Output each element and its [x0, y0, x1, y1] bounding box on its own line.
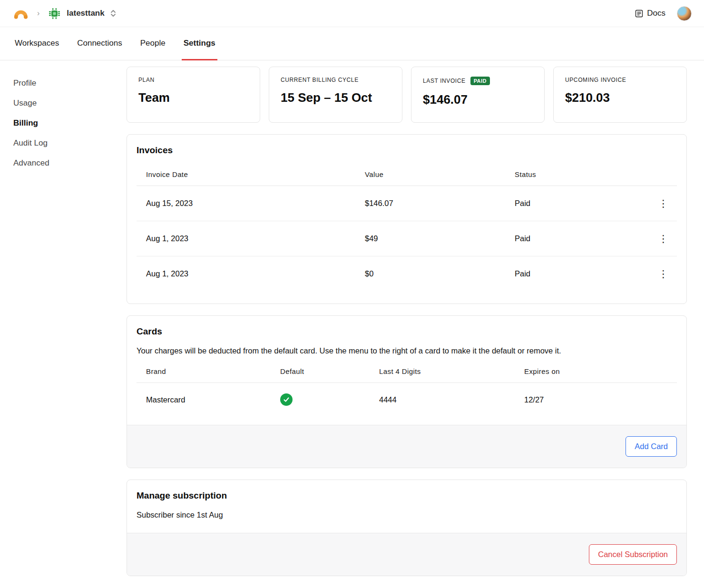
- subscription-panel: Manage subscription Subscriber since 1st…: [127, 480, 687, 576]
- table-row: Mastercard 4444 12/27: [137, 383, 677, 417]
- tab-settings[interactable]: Settings: [182, 27, 217, 60]
- stat-card-last-invoice: LAST INVOICE PAID $146.07: [411, 67, 545, 123]
- table-row: Aug 1, 2023 $0 Paid ⋮: [137, 256, 677, 292]
- invoices-title: Invoices: [127, 135, 686, 160]
- billing-stats: PLAN Team CURRENT BILLING CYCLE 15 Sep –…: [127, 67, 687, 123]
- default-check-icon: [280, 393, 293, 406]
- subscription-title: Manage subscription: [127, 480, 686, 506]
- column-header-default: Default: [280, 360, 379, 383]
- card-brand: Mastercard: [137, 383, 280, 417]
- sidebar-item-profile[interactable]: Profile: [13, 73, 127, 93]
- invoice-status: Paid: [515, 221, 648, 256]
- user-avatar[interactable]: [677, 6, 692, 21]
- invoices-panel: Invoices Invoice Date Value Status Aug 1…: [127, 134, 687, 304]
- subscription-subtitle: Subscriber since 1st Aug: [127, 506, 686, 533]
- stat-card-plan: PLAN Team: [127, 67, 260, 123]
- workspace-picker[interactable]: latesttank: [48, 7, 116, 20]
- topbar: ›: [0, 0, 704, 27]
- stat-label: UPCOMING INVOICE: [565, 77, 626, 83]
- invoice-row-menu-icon[interactable]: ⋮: [655, 232, 672, 245]
- table-row: Aug 1, 2023 $49 Paid ⋮: [137, 221, 677, 256]
- cards-panel-footer: Add Card: [127, 425, 686, 468]
- billing-cycle-value: 15 Sep – 15 Oct: [281, 90, 391, 105]
- workspace-icon: [48, 7, 61, 20]
- subscription-panel-footer: Cancel Subscription: [127, 533, 686, 576]
- tab-connections[interactable]: Connections: [75, 27, 124, 60]
- invoice-row-menu-icon[interactable]: ⋮: [655, 196, 672, 210]
- column-header-last4: Last 4 Digits: [379, 360, 524, 383]
- cards-table: Brand Default Last 4 Digits Expires on M…: [137, 360, 677, 416]
- table-row: Aug 15, 2023 $146.07 Paid ⋮: [137, 186, 677, 221]
- invoice-date: Aug 1, 2023: [137, 256, 365, 292]
- cards-description: Your charges will be deducted from the d…: [127, 342, 686, 357]
- cards-panel: Cards Your charges will be deducted from…: [127, 315, 687, 468]
- breadcrumb-chevron-icon: ›: [37, 9, 39, 18]
- docs-label: Docs: [647, 9, 665, 18]
- tab-people[interactable]: People: [138, 27, 167, 60]
- sidebar-item-audit-log[interactable]: Audit Log: [13, 133, 127, 153]
- app-logo-icon[interactable]: [12, 6, 29, 20]
- invoice-status: Paid: [515, 256, 648, 292]
- invoice-date: Aug 1, 2023: [137, 221, 365, 256]
- stat-card-billing-cycle: CURRENT BILLING CYCLE 15 Sep – 15 Oct: [269, 67, 402, 123]
- invoice-status: Paid: [515, 186, 648, 221]
- stat-label: LAST INVOICE: [423, 78, 466, 84]
- settings-sidebar: Profile Usage Billing Audit Log Advanced: [0, 60, 127, 173]
- column-header-invoice-date: Invoice Date: [137, 163, 365, 186]
- invoice-row-menu-icon[interactable]: ⋮: [655, 267, 672, 281]
- invoice-value: $0: [365, 256, 515, 292]
- tab-workspaces[interactable]: Workspaces: [13, 27, 61, 60]
- workspace-name: latesttank: [67, 9, 104, 18]
- plan-value: Team: [138, 90, 248, 105]
- sidebar-item-billing[interactable]: Billing: [13, 113, 127, 133]
- column-header-expires: Expires on: [524, 360, 677, 383]
- column-header-status: Status: [515, 163, 648, 186]
- paid-status-badge: PAID: [470, 77, 490, 85]
- upcoming-invoice-value: $210.03: [565, 90, 675, 105]
- invoices-table: Invoice Date Value Status Aug 15, 2023 $…: [137, 163, 677, 291]
- docs-icon: [635, 10, 643, 18]
- card-last4: 4444: [379, 383, 524, 417]
- stat-label: PLAN: [138, 77, 155, 83]
- column-header-value: Value: [365, 163, 515, 186]
- nav-tabs: Workspaces Connections People Settings: [0, 27, 704, 60]
- billing-main: PLAN Team CURRENT BILLING CYCLE 15 Sep –…: [127, 60, 704, 586]
- last-invoice-value: $146.07: [423, 92, 533, 107]
- docs-link[interactable]: Docs: [635, 9, 665, 18]
- column-header-brand: Brand: [137, 360, 280, 383]
- invoice-value: $146.07: [365, 186, 515, 221]
- cancel-subscription-button[interactable]: Cancel Subscription: [589, 544, 677, 565]
- stat-card-upcoming-invoice: UPCOMING INVOICE $210.03: [553, 67, 687, 123]
- workspace-switcher-icon: [110, 10, 116, 17]
- card-expires: 12/27: [524, 383, 677, 417]
- stat-label: CURRENT BILLING CYCLE: [281, 77, 359, 83]
- sidebar-item-usage[interactable]: Usage: [13, 93, 127, 113]
- invoice-value: $49: [365, 221, 515, 256]
- cards-title: Cards: [127, 316, 686, 342]
- invoice-date: Aug 15, 2023: [137, 186, 365, 221]
- sidebar-item-advanced[interactable]: Advanced: [13, 153, 127, 173]
- add-card-button[interactable]: Add Card: [626, 436, 677, 457]
